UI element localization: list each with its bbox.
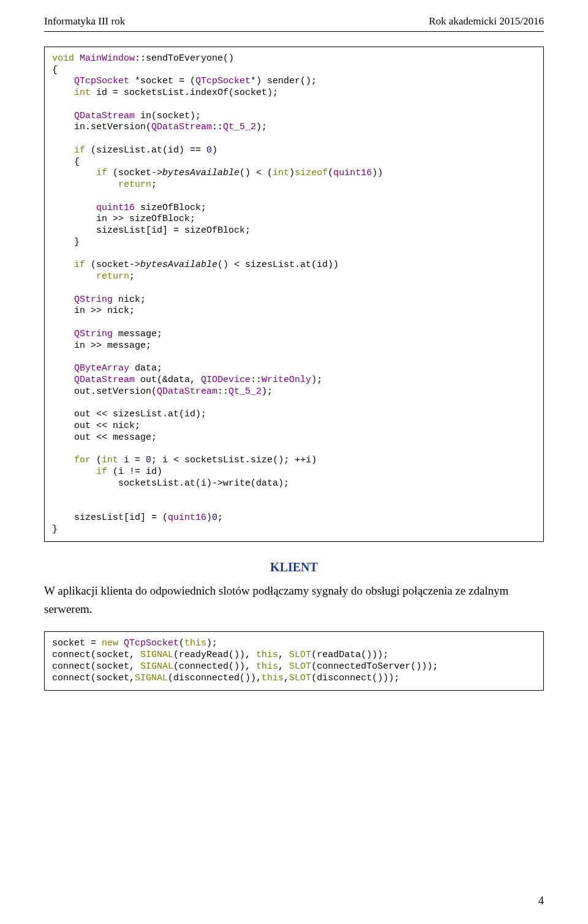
page-header: Informatyka III rok Rok akademicki 2015/… bbox=[44, 15, 544, 29]
code-listing-2-body: socket = new QTcpSocket(this); connect(s… bbox=[52, 638, 536, 684]
code-listing-1-body: void MainWindow::sendToEveryone() { QTcp… bbox=[52, 53, 536, 536]
page: Informatyka III rok Rok akademicki 2015/… bbox=[0, 0, 588, 924]
header-left: Informatyka III rok bbox=[44, 15, 125, 29]
code-listing-1: void MainWindow::sendToEveryone() { QTcp… bbox=[44, 47, 544, 543]
header-right: Rok akademicki 2015/2016 bbox=[429, 15, 544, 29]
section-paragraph: W aplikacji klienta do odpowiednich slot… bbox=[44, 582, 544, 618]
page-number: 4 bbox=[538, 893, 544, 908]
header-rule bbox=[44, 31, 544, 32]
code-listing-2: socket = new QTcpSocket(this); connect(s… bbox=[44, 631, 544, 691]
section-heading: KLIENT bbox=[44, 559, 544, 576]
